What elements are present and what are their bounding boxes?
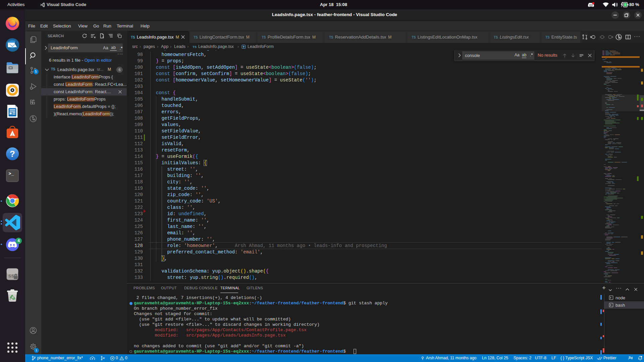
svg-text:>_: >_ — [9, 171, 14, 176]
svg-text:?: ? — [10, 149, 15, 159]
svg-text:ss: ss — [8, 273, 14, 279]
